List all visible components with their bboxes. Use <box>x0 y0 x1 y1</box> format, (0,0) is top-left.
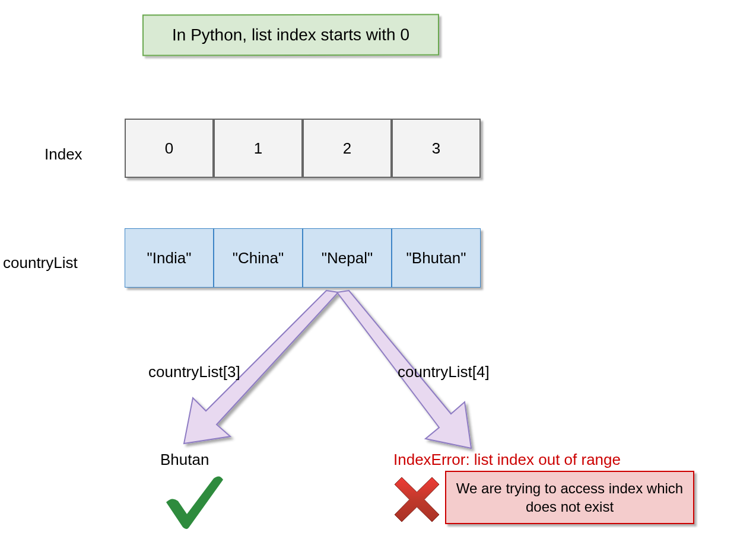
list-cell-0: "India" <box>125 228 214 288</box>
index-cell-2: 2 <box>303 119 392 178</box>
right-error-label: IndexError: list index out of range <box>393 451 621 469</box>
cross-icon <box>392 474 442 525</box>
list-cell-3: "Bhutan" <box>392 228 481 288</box>
index-row-label: Index <box>45 145 82 164</box>
index-row: 0 1 2 3 <box>125 119 481 178</box>
list-row: "India" "China" "Nepal" "Bhutan" <box>125 228 481 288</box>
list-cell-2: "Nepal" <box>303 228 392 288</box>
index-cell-1: 1 <box>214 119 303 178</box>
list-cell-1: "China" <box>214 228 303 288</box>
left-code-label: countryList[3] <box>148 363 240 381</box>
error-note-box: We are trying to access index which does… <box>445 471 694 524</box>
check-icon <box>160 471 225 531</box>
title-box: In Python, list index starts with 0 <box>142 14 439 56</box>
left-result-label: Bhutan <box>160 451 209 469</box>
index-cell-0: 0 <box>125 119 214 178</box>
index-cell-3: 3 <box>392 119 481 178</box>
title-text: In Python, list index starts with 0 <box>172 25 409 45</box>
svg-marker-2 <box>395 477 439 522</box>
list-row-label: countryList <box>3 254 78 272</box>
error-note-text: We are trying to access index which does… <box>452 479 687 516</box>
right-code-label: countryList[4] <box>398 363 490 381</box>
